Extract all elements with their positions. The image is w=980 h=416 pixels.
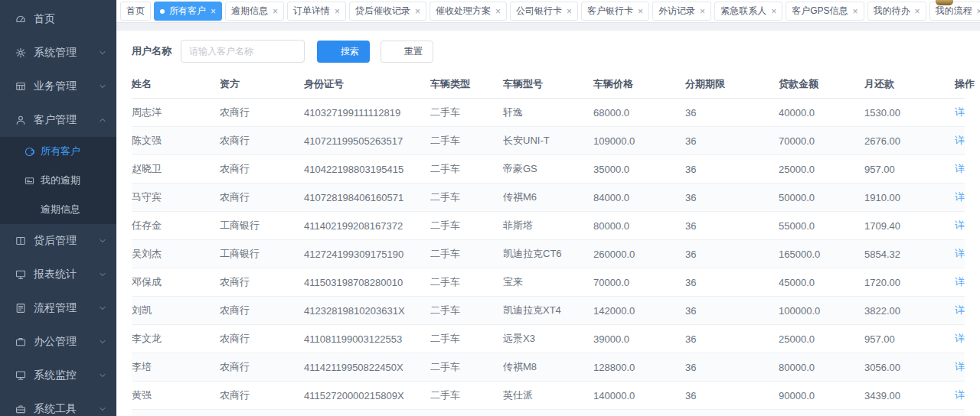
detail-link[interactable]: 详情 bbox=[955, 163, 965, 174]
sidebar: 首页系统管理业务管理客户管理所有客户我的逾期逾期信息贷后管理报表统计流程管理办公… bbox=[0, 0, 116, 416]
reset-button[interactable]: 重置 bbox=[381, 41, 433, 63]
cell-funder: 农商行 bbox=[220, 325, 304, 353]
columns-icon bbox=[15, 236, 26, 246]
grid-icon bbox=[15, 81, 26, 92]
sidebar-item-label: 报表统计 bbox=[34, 268, 77, 281]
sidebar-item-customer[interactable]: 客户管理 bbox=[0, 103, 116, 137]
cell-id: 410422198803195415 bbox=[304, 155, 430, 184]
close-icon[interactable]: × bbox=[273, 7, 278, 16]
tab-all-customers[interactable]: 所有客户× bbox=[154, 2, 222, 21]
sidebar-item-tools[interactable]: 系统工具 bbox=[0, 392, 116, 416]
cell-action: 详情 bbox=[955, 127, 965, 155]
sidebar-item-my-overdue[interactable]: 我的逾期 bbox=[0, 166, 116, 195]
cell-loan: 80000.0 bbox=[779, 353, 864, 382]
cell-loan: 55000.0 bbox=[779, 212, 864, 240]
sidebar-item-overdue-info[interactable]: 逾期信息 bbox=[0, 195, 116, 224]
cell-model: 英仕派 bbox=[503, 382, 593, 410]
column-header-funder: 资方 bbox=[220, 70, 304, 99]
tab-customer-gps[interactable]: 客户GPS信息× bbox=[786, 2, 864, 21]
sidebar-item-label: 贷后管理 bbox=[34, 234, 77, 248]
cell-price: 70000.0 bbox=[593, 268, 685, 297]
tab-collection-record[interactable]: 贷后催收记录× bbox=[349, 2, 426, 21]
tab-emergency-contact[interactable]: 紧急联系人× bbox=[714, 2, 782, 21]
detail-link[interactable]: 详情 bbox=[955, 276, 965, 288]
close-icon[interactable]: × bbox=[852, 7, 858, 16]
sidebar-item-process[interactable]: 流程管理 bbox=[0, 291, 116, 325]
cell-monthly: 957.00 bbox=[864, 155, 955, 184]
cell-term: 36 bbox=[685, 382, 779, 410]
detail-link[interactable]: 详情 bbox=[955, 361, 965, 372]
search-button[interactable]: 搜索 bbox=[317, 41, 370, 63]
detail-link[interactable]: 详情 bbox=[955, 191, 965, 203]
close-icon[interactable]: × bbox=[700, 7, 705, 16]
cell-model: 远景X3 bbox=[503, 325, 593, 353]
sidebar-item-label: 系统工具 bbox=[34, 402, 77, 416]
close-icon[interactable]: × bbox=[211, 7, 216, 16]
sidebar-item-loan-after[interactable]: 贷后管理 bbox=[0, 224, 116, 258]
tab-bar: 首页所有客户×逾期信息×订单详情×贷后催收记录×催收处理方案×公司银行卡×客户银… bbox=[116, 0, 980, 23]
cell-model: 宝来 bbox=[503, 268, 593, 297]
table-row: 黄强农商行41152720000215809X二手车英仕派140000.0369… bbox=[132, 382, 965, 410]
main-area: 首页所有客户×逾期信息×订单详情×贷后催收记录×催收处理方案×公司银行卡×客户银… bbox=[116, 0, 980, 416]
tab-label: 紧急联系人 bbox=[720, 5, 766, 18]
tab-company-bank-card[interactable]: 公司银行卡× bbox=[510, 2, 578, 21]
tab-order-detail[interactable]: 订单详情× bbox=[287, 2, 346, 21]
cell-name: 刘凯 bbox=[132, 297, 220, 325]
sidebar-item-home[interactable]: 首页 bbox=[0, 2, 116, 36]
cell-monthly: 3439.00 bbox=[864, 382, 955, 410]
chevron-up-icon bbox=[98, 115, 107, 125]
cell-name: 陈文强 bbox=[132, 127, 220, 155]
cell-model: 凯迪拉克XT4 bbox=[503, 297, 593, 325]
sidebar-item-label: 逾期信息 bbox=[41, 203, 80, 216]
close-icon[interactable]: × bbox=[915, 7, 920, 16]
doc-icon bbox=[15, 303, 26, 314]
tab-overdue-info[interactable]: 逾期信息× bbox=[225, 2, 284, 21]
sidebar-item-report[interactable]: 报表统计 bbox=[0, 258, 116, 291]
card-icon bbox=[24, 176, 34, 186]
close-icon[interactable]: × bbox=[567, 7, 572, 16]
tab-label: 催收处理方案 bbox=[436, 5, 491, 18]
detail-link[interactable]: 详情 bbox=[955, 219, 965, 231]
cell-price: 39000.0 bbox=[593, 325, 685, 353]
cell-funder: 农商行 bbox=[220, 184, 304, 212]
cell-model: 长安UNI-T bbox=[503, 127, 593, 155]
cell-price: 77000.0 bbox=[593, 410, 685, 416]
sidebar-item-all-customers[interactable]: 所有客户 bbox=[0, 137, 116, 166]
tab-customer-bank-card[interactable]: 客户银行卡× bbox=[581, 2, 649, 21]
cell-type: 二手车 bbox=[430, 410, 503, 416]
refresh-icon bbox=[391, 47, 400, 56]
cell-monthly: 1720.00 bbox=[864, 268, 955, 297]
briefcase-icon bbox=[15, 336, 26, 347]
close-icon[interactable]: × bbox=[495, 7, 501, 16]
tab-my-todo[interactable]: 我的待办× bbox=[867, 2, 926, 21]
close-icon[interactable]: × bbox=[335, 7, 340, 16]
detail-link[interactable]: 详情 bbox=[955, 106, 965, 118]
close-icon[interactable]: × bbox=[977, 7, 980, 16]
detail-link[interactable]: 详情 bbox=[955, 304, 965, 316]
tab-collection-plan[interactable]: 催收处理方案× bbox=[430, 2, 507, 21]
close-icon[interactable]: × bbox=[771, 7, 776, 16]
cell-monthly: 1910.00 bbox=[864, 410, 955, 416]
sidebar-item-system[interactable]: 系统管理 bbox=[0, 36, 116, 70]
sidebar-item-office[interactable]: 办公管理 bbox=[0, 325, 116, 359]
cell-model: 轩逸 bbox=[503, 99, 593, 127]
sidebar-item-monitor[interactable]: 系统监控 bbox=[0, 359, 116, 392]
cell-price: 35000.0 bbox=[593, 155, 685, 184]
close-icon[interactable]: × bbox=[415, 7, 420, 16]
tab-home[interactable]: 首页 bbox=[120, 2, 151, 21]
detail-link[interactable]: 详情 bbox=[955, 135, 965, 146]
detail-link[interactable]: 详情 bbox=[955, 389, 965, 401]
close-icon[interactable]: × bbox=[638, 7, 643, 16]
tab-visit-record[interactable]: 外访记录× bbox=[652, 2, 711, 21]
cell-action: 详情 bbox=[955, 353, 965, 382]
detail-link[interactable]: 详情 bbox=[955, 248, 965, 259]
detail-link[interactable]: 详情 bbox=[955, 333, 965, 344]
cell-model: 凯迪拉克CT6 bbox=[503, 240, 593, 268]
cell-action: 详情 bbox=[955, 184, 965, 212]
sidebar-item-business[interactable]: 业务管理 bbox=[0, 70, 116, 103]
cell-id: 410325199709223094 bbox=[304, 410, 430, 416]
customer-name-input[interactable] bbox=[181, 40, 305, 63]
cell-term: 36 bbox=[685, 240, 779, 268]
tab-label: 首页 bbox=[126, 5, 145, 18]
cell-name: 任存金 bbox=[132, 212, 220, 240]
